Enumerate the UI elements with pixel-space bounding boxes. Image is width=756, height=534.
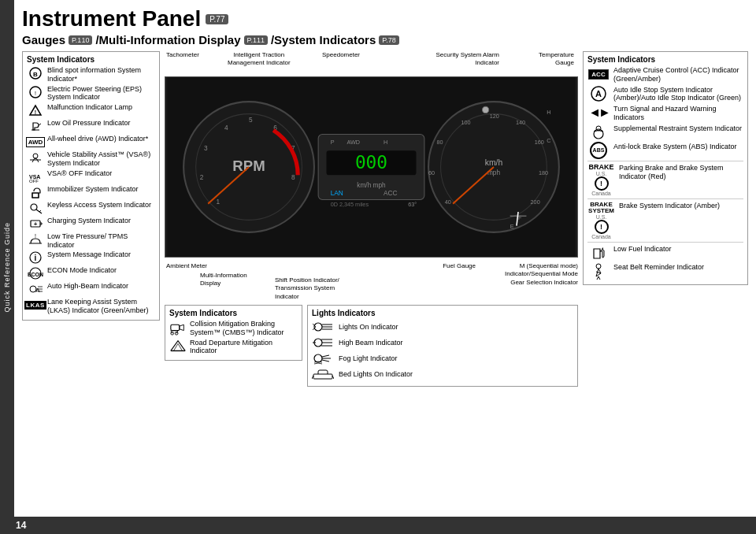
list-item: ABS Anti-lock Brake System (ABS) Indicat… [587,143,743,158]
temperature-label: TemperatureGauge [539,51,574,66]
svg-text:120: 120 [490,113,499,120]
low-fuel-icon [587,245,610,261]
auto-idle-icon: A [587,86,610,102]
auto-high-beam-icon: A [27,282,44,296]
svg-text:B: B [33,71,38,78]
seatbelt-text: Seat Belt Reminder Indicator [613,263,743,272]
page-title: Instrument Panel [22,6,201,32]
abs-text: Anti-lock Brake System (ABS) Indicator [613,143,743,151]
svg-text:ECON: ECON [28,272,43,277]
list-item: i System Message Indicator [27,250,155,265]
low-oil-text: Low Oil Pressure Indicator [47,119,155,128]
econ-text: ECON Mode Indicator [47,266,155,275]
road-departure-text: Road Departure Mitigation Indicator [190,339,298,356]
list-item: Fog Light Indicator [312,351,573,365]
turn-signal-text: Turn Signal and Hazard Warning Indicator… [613,105,743,122]
tab-label: Quick Reference Guide [3,222,11,313]
road-departure-icon [169,339,187,353]
low-oil-icon [27,119,44,133]
svg-text:100: 100 [461,119,471,126]
brake-amber-container: BRAKESYSTEM U.S. ! Canada [587,202,615,239]
eps-icon: ! [27,85,44,99]
svg-text:OFF: OFF [29,179,39,184]
bottom-bar: 14 [0,517,756,534]
bottom-sys-ind-title: System Indicators [169,309,298,317]
list-item: VSA OFF VSA® OFF Indicator [27,169,155,184]
security-label: Security System AlarmIndicator [436,51,499,66]
lower-middle-section: System Indicators [165,305,578,387]
lights-on-text: Lights On Indicator [339,323,398,331]
svg-text:40: 40 [445,198,451,206]
svg-text:H: H [384,139,387,146]
svg-text:!: ! [35,109,36,115]
keyless-access-text: Keyless Access System Indicator [47,201,155,210]
svg-text:80: 80 [436,139,443,146]
svg-text:!: ! [35,91,36,96]
svg-text:A: A [35,287,40,294]
dashboard-bottom-labels: Ambient Meter Multi-InformationDisplay S… [165,262,578,302]
svg-text:5: 5 [249,116,253,124]
right-section-title: System Indicators [587,55,743,64]
right-system-indicators-box: System Indicators ACC Adaptive Cruise Co… [583,51,748,285]
svg-text:km/h mph: km/h mph [357,181,386,189]
list-item: ! Malfunction Indicator Lamp [27,103,155,117]
left-system-indicators-box: System Indicators B Blind spot informati… [22,51,160,321]
svg-point-9 [31,204,37,210]
awd-text: All-wheel drive (AWD) Indicator* [47,135,155,143]
list-item: Vehicle Stability Assist™ (VSA®) System … [27,150,155,168]
blind-spot-text: Blind spot information System Indicator* [47,66,155,83]
list-item: Low Oil Pressure Indicator [27,119,155,133]
keyless-access-icon [27,201,44,215]
list-item: High Beam Indicator [312,336,573,350]
immobilizer-icon [27,185,44,199]
svg-text:H: H [547,109,550,116]
left-section-title: System Indicators [27,55,155,64]
list-item: Collision Mitigation Braking System™ (CM… [169,320,298,337]
subtitle-gauges: Gauges [22,33,65,46]
system-message-icon: i [27,250,44,265]
malfunction-text: Malfunction Indicator Lamp [47,103,155,112]
ambient-label: Ambient Meter [166,262,207,270]
tpms-icon: ! [27,232,44,247]
quick-reference-tab: Quick Reference Guide [0,0,14,534]
brake-amber-badge: BRAKESYSTEM [588,202,614,214]
list-item: Lights On Indicator [312,320,573,334]
list-item: LKAS Lane Keeping Assist System (LKAS) I… [27,298,155,315]
list-item: ! Low Tire Pressure/ TPMS Indicator [27,232,155,250]
turn-signal-icon: ◄► [587,105,610,121]
subtitle-ref3: P.78 [379,35,398,45]
svg-rect-63 [171,324,180,330]
lights-indicators-section: Lights Indicators [307,305,578,387]
bottom-sys-ind-box: System Indicators [165,305,302,361]
srs-icon [587,124,610,140]
brake-amber-us-label: U.S. [596,214,607,220]
brake-red-canada-badge: ! [595,176,609,191]
arrows-icon: ◄► [588,106,609,120]
svg-text:63°: 63° [408,201,417,208]
subtitle-mid: /Multi-Information Display [95,33,240,46]
auto-idle-text: Auto Idle Stop System Indicator (Amber)/… [613,86,743,103]
m-seq-label: M (Sequential mode)Indicator/Sequential … [505,262,578,287]
list-item: Seat Belt Reminder Indicator [587,263,743,279]
itm-label: Intelligent TractionManagement Indicator [228,51,291,66]
lights-on-icon [312,320,334,334]
svg-text:140: 140 [516,119,525,126]
lights-ind-title: Lights Indicators [312,309,573,317]
list-item: + Charging System Indicator [27,217,155,231]
list-item: ACC Adaptive Cruise Control (ACC) Indica… [587,66,743,83]
page-subtitle-container: Gauges P.110 /Multi-Information Display … [22,33,748,46]
svg-text:LAN: LAN [331,189,343,197]
title-ref-badge: P.77 [206,14,228,24]
lights-ind-box: Lights Indicators [307,305,578,387]
svg-rect-8 [32,193,39,198]
svg-text:60: 60 [428,169,435,176]
dashboard-image: RPM 1 2 3 4 5 6 7 8 000 km/h mph [165,76,578,258]
svg-text:200: 200 [531,198,540,206]
svg-text:RPM: RPM [232,158,265,174]
dashboard-top-labels: Tachometer Intelligent TractionManagemen… [165,51,578,73]
awd-icon: AWD [27,135,44,149]
eps-text: Electric Power Steering (EPS) System Ind… [47,85,155,102]
immobilizer-text: Immobilizer System Indicator [47,185,155,194]
svg-text:0D 2,345 miles: 0D 2,345 miles [331,201,369,208]
subtitle-ref1: P.110 [69,35,92,45]
